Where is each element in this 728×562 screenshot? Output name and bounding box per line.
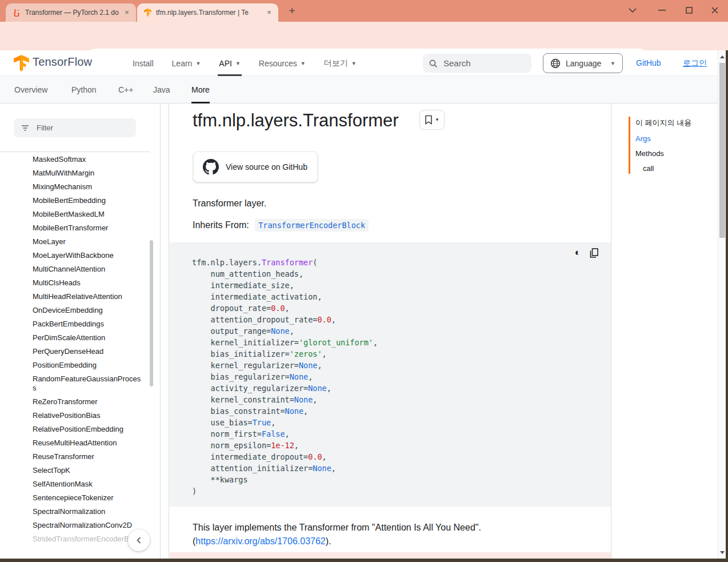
doc-tab-python[interactable]: Python [71, 76, 97, 103]
filter-box[interactable] [14, 118, 136, 137]
sidebar-item[interactable]: RandomFeatureGaussianProcess [0, 372, 160, 395]
sidebar-divider [0, 152, 150, 152]
doc-tab-overview[interactable]: Overview [14, 76, 47, 103]
scroll-down-icon[interactable] [718, 548, 726, 556]
tab-close-icon[interactable]: × [265, 8, 274, 17]
site-nav: InstallLearn▼API▼Resources▼더보기▼ [131, 50, 358, 76]
tab-title: Transformer — PyTorch 2.1 doc [25, 9, 119, 17]
scroll-up-icon[interactable] [718, 53, 726, 61]
summary-text: Transformer layer. [193, 198, 266, 209]
sidebar-item[interactable]: SelectTopK [0, 464, 160, 477]
chevron-down-icon: ▼ [351, 61, 357, 66]
site-nav-item[interactable]: API▼ [218, 50, 242, 76]
site-nav-item[interactable]: Install [131, 50, 155, 76]
sidebar-scrollbar-thumb[interactable] [150, 240, 153, 386]
github-link[interactable]: GitHub [636, 58, 661, 67]
brand-title[interactable]: TensorFlow [33, 55, 92, 69]
sidebar-item[interactable]: OnDeviceEmbedding [0, 304, 160, 317]
search-box[interactable] [423, 54, 531, 73]
sidebar-item[interactable]: ReuseTransformer [0, 450, 160, 464]
tab-close-icon[interactable]: × [122, 8, 131, 17]
site-nav-item[interactable]: Resources▼ [258, 50, 307, 76]
sidebar-item[interactable]: MultiChannelAttention [0, 262, 160, 276]
browser-tab[interactable]: tfm.nlp.layers.Transformer | Te× [137, 3, 278, 22]
minimize-button[interactable] [653, 2, 670, 18]
sidebar-item[interactable]: MaskedSoftmax [0, 153, 160, 166]
inherits-link[interactable]: TransformerEncoderBlock [255, 219, 369, 232]
tensorflow-favicon-icon [144, 9, 151, 17]
code-signature: tfm.nlp.layers.Transformer( num_attentio… [192, 257, 378, 497]
site-nav-item[interactable]: Learn▼ [171, 50, 202, 76]
browser-toolbar: tensorflow.org/api_docs/python/tfm/nlp/l… [0, 22, 728, 50]
chevron-down-icon: ▼ [235, 61, 241, 66]
tensorflow-logo-icon[interactable] [14, 55, 29, 71]
sidebar-item[interactable]: SpectralNormalization [0, 505, 160, 519]
site-nav-label: Resources [259, 59, 297, 68]
chevron-left-icon [135, 536, 142, 545]
copy-code-icon[interactable] [590, 248, 598, 258]
browser-chrome: Transformer — PyTorch 2.1 doc×tfm.nlp.la… [0, 0, 728, 50]
maximize-button[interactable] [681, 2, 698, 18]
dark-mode-toggle-icon[interactable]: ◐ [575, 247, 581, 258]
site-nav-label: Install [133, 59, 154, 68]
doc-tab-more[interactable]: More [191, 76, 210, 103]
sidebar-collapse-button[interactable] [128, 529, 150, 551]
args-table-header-strip [170, 552, 611, 559]
sidebar-item[interactable]: PositionEmbedding [0, 358, 160, 372]
page-toc: 이 페이지의 내용 ArgsMethodscall [629, 117, 691, 174]
toc-item-call[interactable]: call [635, 164, 691, 173]
site-nav-item[interactable]: 더보기▼ [323, 50, 358, 76]
sidebar-item[interactable]: MobileBertTransformer [0, 221, 160, 235]
github-octocat-icon [203, 159, 219, 175]
sidebar-item[interactable]: MultiClsHeads [0, 276, 160, 290]
new-tab-button[interactable]: + [285, 5, 299, 18]
page-scrollbar-thumb[interactable] [719, 63, 725, 238]
sidebar-item[interactable]: PackBertEmbeddings [0, 317, 160, 331]
sidebar-item[interactable]: SelfAttentionMask [0, 477, 160, 491]
sidebar-item[interactable]: MobileBertMaskedLM [0, 208, 160, 221]
sidebar-item[interactable]: RelativePositionBias [0, 409, 160, 423]
description-line1: This layer implements the Transformer fr… [193, 523, 481, 532]
language-button[interactable]: Language ▼ [543, 53, 623, 73]
filter-input[interactable] [37, 123, 122, 132]
language-label: Language [566, 59, 605, 68]
doc-tab-c[interactable]: C++ [118, 76, 133, 103]
pytorch-favicon-icon [13, 9, 21, 17]
tab-search-chevron-icon[interactable] [624, 2, 641, 18]
inherits-label: Inherits From: [193, 220, 249, 230]
toc-title: 이 페이지의 내용 [635, 118, 691, 128]
description: This layer implements the Transformer fr… [193, 521, 598, 548]
toc-item-args[interactable]: Args [635, 134, 691, 143]
view-source-github-button[interactable]: View source on GitHub [193, 152, 318, 182]
sidebar-item[interactable]: MobileBertEmbedding [0, 194, 160, 208]
site-nav-label: Learn [172, 59, 193, 68]
sidebar-item[interactable]: MultiHeadRelativeAttention [0, 290, 160, 304]
sidebar-item[interactable]: MixingMechanism [0, 180, 160, 194]
browser-tab[interactable]: Transformer — PyTorch 2.1 doc× [6, 3, 136, 22]
globe-icon [550, 58, 561, 69]
page-scrollbar[interactable] [718, 50, 726, 559]
arxiv-link[interactable]: https://arxiv.org/abs/1706.03762 [195, 536, 325, 546]
sidebar-item[interactable]: RelativePositionEmbedding [0, 423, 160, 436]
sidebar-item[interactable]: PerQueryDenseHead [0, 345, 160, 358]
sidebar-item[interactable]: MoeLayer [0, 235, 160, 249]
sidebar-item[interactable]: MatMulWithMargin [0, 166, 160, 180]
sidebar-item[interactable]: ReZeroTransformer [0, 395, 160, 409]
close-window-button[interactable] [706, 2, 723, 18]
search-input[interactable] [443, 58, 518, 68]
chevron-down-icon: ▼ [610, 61, 615, 66]
bookmark-button[interactable]: ▼ [419, 110, 445, 130]
sidebar-item[interactable]: SentencepieceTokenizer [0, 491, 160, 505]
sidebar-item[interactable]: PerDimScaleAttention [0, 331, 160, 345]
sidebar-nav-list: MaskedSoftmaxMatMulWithMarginMixingMecha… [0, 153, 160, 546]
bookmark-icon [425, 115, 433, 125]
filter-icon [21, 124, 30, 132]
content-card: tfm.nlp.layers.Transformer ▼ View source… [169, 103, 611, 559]
toc-item-methods[interactable]: Methods [635, 149, 691, 158]
sidebar-item[interactable]: ReuseMultiHeadAttention [0, 436, 160, 450]
doc-tab-java[interactable]: Java [153, 76, 170, 103]
desktop-edge-right [726, 50, 728, 562]
tab-title: tfm.nlp.layers.Transformer | Te [156, 9, 261, 17]
sidebar-item[interactable]: MoeLayerWithBackbone [0, 249, 160, 262]
login-link[interactable]: 로그인 [683, 58, 707, 69]
